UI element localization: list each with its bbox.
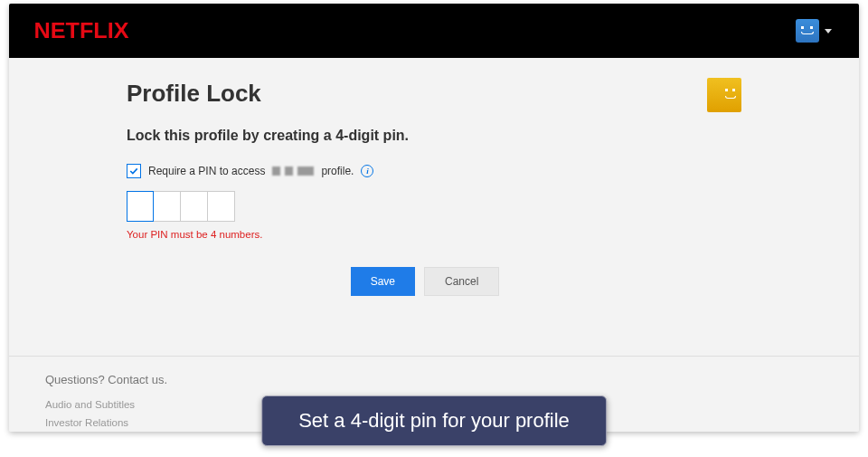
app-window: NETFLIX Profile Lock Lock this profile b… (9, 4, 859, 432)
require-pin-row[interactable]: Require a PIN to access profile. i (127, 164, 741, 178)
pin-digit-3[interactable] (181, 191, 208, 222)
instruction-caption: Set a 4-digit pin for your profile (261, 395, 607, 446)
profile-menu[interactable] (796, 19, 832, 43)
page-title: Profile Lock (127, 80, 741, 108)
button-row: Save Cancel (108, 267, 741, 296)
info-icon[interactable]: i (361, 165, 373, 177)
avatar-icon (796, 19, 819, 43)
save-button[interactable]: Save (351, 267, 415, 296)
checkbox-label-prefix: Require a PIN to access (148, 165, 265, 177)
chevron-down-icon (825, 29, 832, 33)
pin-digit-2[interactable] (154, 191, 181, 222)
pin-error-message: Your PIN must be 4 numbers. (127, 229, 741, 240)
header-bar: NETFLIX (9, 4, 859, 58)
cancel-button[interactable]: Cancel (424, 267, 499, 296)
redacted-profile-name (272, 167, 314, 176)
pin-digit-4[interactable] (208, 191, 235, 222)
profile-avatar-icon (707, 78, 741, 112)
page-subtitle: Lock this profile by creating a 4-digit … (127, 128, 741, 144)
pin-digit-1[interactable] (127, 191, 154, 222)
pin-input-group (127, 191, 741, 222)
checkbox-checked-icon[interactable] (127, 164, 141, 178)
main-content: Profile Lock Lock this profile by creati… (9, 58, 859, 356)
footer-questions[interactable]: Questions? Contact us. (45, 373, 823, 386)
netflix-logo[interactable]: NETFLIX (34, 18, 129, 43)
checkbox-label-suffix: profile. (321, 165, 354, 177)
